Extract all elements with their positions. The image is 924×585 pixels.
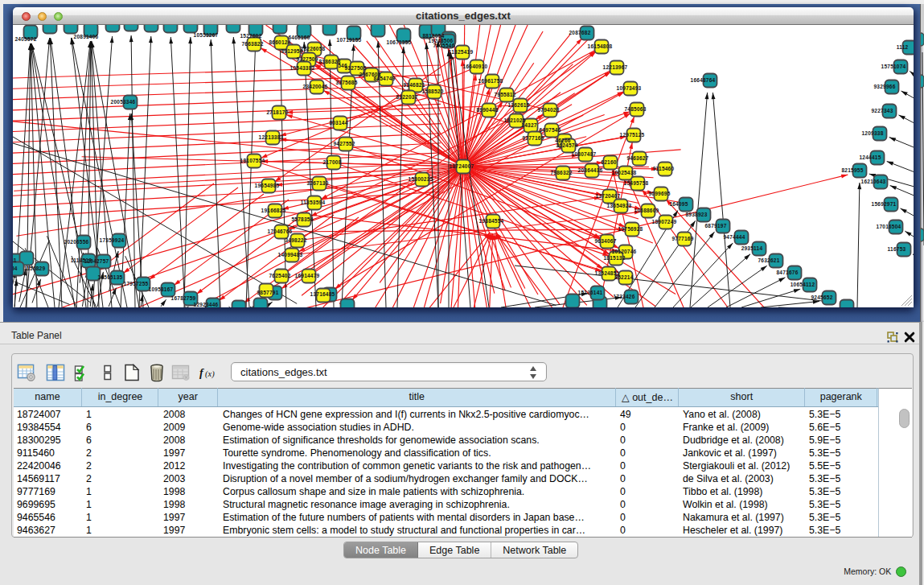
svg-text:45081: 45081 bbox=[13, 257, 17, 263]
svg-text:16914479: 16914479 bbox=[295, 273, 320, 278]
svg-text:9777169: 9777169 bbox=[671, 236, 693, 241]
svg-text:8938923: 8938923 bbox=[685, 212, 707, 217]
svg-text:10958167: 10958167 bbox=[149, 286, 174, 292]
svg-text:16648764: 16648764 bbox=[691, 77, 716, 83]
svg-text:13716485: 13716485 bbox=[310, 291, 335, 297]
svg-text:15136141: 15136141 bbox=[578, 290, 603, 295]
svg-text:9474444: 9474444 bbox=[723, 234, 745, 240]
svg-text:3375685: 3375685 bbox=[335, 80, 357, 85]
svg-text:9777169: 9777169 bbox=[522, 135, 544, 141]
svg-text:252214: 252214 bbox=[614, 274, 633, 280]
svg-text:15300235: 15300235 bbox=[409, 176, 433, 182]
svg-text:9857791: 9857791 bbox=[257, 290, 278, 295]
svg-text:18907249: 18907249 bbox=[652, 219, 677, 225]
svg-text:19166825: 19166825 bbox=[261, 208, 286, 213]
svg-text:16210643: 16210643 bbox=[861, 179, 886, 184]
svg-text:15495758: 15495758 bbox=[624, 180, 649, 186]
svg-text:62160: 62160 bbox=[601, 159, 616, 165]
svg-text:1588520: 1588520 bbox=[421, 89, 443, 94]
svg-text:18107554: 18107554 bbox=[240, 158, 265, 163]
svg-text:20053346: 20053346 bbox=[111, 99, 136, 105]
svg-text:18724007: 18724007 bbox=[450, 163, 474, 169]
svg-text:7986322: 7986322 bbox=[550, 170, 572, 175]
svg-text:12213967: 12213967 bbox=[603, 64, 628, 70]
svg-text:14327: 14327 bbox=[521, 122, 536, 128]
svg-text:3498222: 3498222 bbox=[285, 237, 306, 243]
svg-text:17016504: 17016504 bbox=[877, 224, 901, 229]
svg-text:7955812: 7955812 bbox=[494, 92, 515, 97]
svg-text:8322037: 8322037 bbox=[396, 94, 417, 100]
svg-text:6497546: 6497546 bbox=[539, 127, 561, 133]
svg-text:17957255: 17957255 bbox=[124, 281, 149, 286]
svg-text:6879197: 6879197 bbox=[704, 223, 726, 229]
svg-text:16782759: 16782759 bbox=[171, 295, 196, 301]
svg-text:9327509: 9327509 bbox=[296, 56, 318, 62]
svg-text:17359924: 17359924 bbox=[100, 237, 125, 243]
svg-text:10671355: 10671355 bbox=[387, 39, 412, 45]
svg-text:9115460: 9115460 bbox=[653, 166, 675, 171]
svg-text:1156829: 1156829 bbox=[24, 266, 46, 271]
svg-text:8990443: 8990443 bbox=[476, 107, 498, 113]
svg-text:19654985: 19654985 bbox=[255, 183, 280, 188]
svg-text:10654112: 10654112 bbox=[791, 282, 815, 287]
svg-text:10973493: 10973493 bbox=[617, 85, 642, 91]
svg-text:14099483: 14099483 bbox=[278, 252, 303, 257]
svg-text:16961758: 16961758 bbox=[478, 78, 503, 84]
svg-text:16640910: 16640910 bbox=[463, 64, 488, 69]
svg-text:20206556: 20206556 bbox=[64, 239, 89, 245]
svg-text:7625402: 7625402 bbox=[269, 273, 290, 278]
svg-text:9463627: 9463627 bbox=[626, 155, 648, 161]
svg-text:19384554: 19384554 bbox=[479, 218, 504, 224]
svg-text:10688609: 10688609 bbox=[634, 208, 659, 213]
svg-text:19218506: 19218506 bbox=[429, 38, 454, 43]
svg-text:1733426: 1733426 bbox=[613, 294, 634, 299]
svg-text:20891406: 20891406 bbox=[74, 34, 99, 39]
svg-text:1112: 1112 bbox=[897, 44, 909, 50]
svg-text:10543382: 10543382 bbox=[290, 65, 315, 71]
svg-text:16154808: 16154808 bbox=[588, 43, 613, 49]
svg-text:12505135: 12505135 bbox=[98, 274, 123, 280]
svg-text:9327505: 9327505 bbox=[344, 65, 366, 71]
svg-text:23420046: 23420046 bbox=[303, 84, 328, 89]
svg-text:9099695: 9099695 bbox=[648, 191, 670, 196]
svg-text:11325419: 11325419 bbox=[449, 49, 474, 55]
svg-text:8215955: 8215955 bbox=[841, 167, 863, 173]
svg-text:10025438: 10025438 bbox=[612, 170, 637, 175]
svg-text:15692971: 15692971 bbox=[872, 201, 897, 207]
svg-text:12923446: 12923446 bbox=[194, 302, 219, 307]
svg-text:12942757: 12942757 bbox=[84, 258, 109, 264]
svg-text:20364436: 20364436 bbox=[578, 167, 603, 173]
svg-text:2405572: 2405572 bbox=[14, 36, 36, 42]
svg-text:217008: 217008 bbox=[322, 159, 341, 165]
svg-text:116753: 116753 bbox=[888, 246, 906, 252]
svg-text:1527602: 1527602 bbox=[240, 33, 261, 39]
svg-text:10553267: 10553267 bbox=[194, 32, 219, 38]
svg-text:3624574: 3624574 bbox=[556, 142, 577, 148]
svg-text:13654923: 13654923 bbox=[607, 203, 632, 208]
svg-text:9329966: 9329966 bbox=[873, 84, 895, 89]
svg-text:2718170: 2718170 bbox=[266, 109, 288, 115]
svg-text:9794028: 9794028 bbox=[537, 107, 559, 113]
svg-text:9245652: 9245652 bbox=[811, 295, 832, 300]
svg-text:12975125: 12975125 bbox=[620, 132, 645, 138]
svg-text:39154: 39154 bbox=[13, 266, 18, 271]
svg-text:6466160: 6466160 bbox=[288, 35, 310, 40]
svg-text:164095: 164095 bbox=[669, 201, 688, 207]
svg-text:8471676: 8471676 bbox=[776, 270, 798, 275]
svg-text:5578354: 5578354 bbox=[291, 216, 313, 222]
svg-text:2087682: 2087682 bbox=[569, 30, 590, 35]
svg-text:9227343: 9227343 bbox=[871, 108, 893, 113]
svg-text:8454749: 8454749 bbox=[373, 76, 395, 81]
svg-text:7485063: 7485063 bbox=[624, 106, 646, 112]
svg-text:1815132: 1815132 bbox=[603, 255, 625, 261]
svg-text:1362615: 1362615 bbox=[507, 102, 529, 108]
svg-text:1209338: 1209338 bbox=[861, 130, 883, 136]
svg-text:7632621: 7632621 bbox=[758, 257, 779, 263]
svg-text:9634067: 9634067 bbox=[594, 238, 616, 244]
svg-text:7663822: 7663822 bbox=[241, 41, 263, 47]
svg-text:9427552: 9427552 bbox=[333, 141, 355, 146]
svg-text:11353594: 11353594 bbox=[301, 200, 326, 205]
svg-text:10719155: 10719155 bbox=[337, 37, 362, 43]
svg-text:13226058: 13226058 bbox=[301, 46, 326, 51]
svg-text:13720407: 13720407 bbox=[596, 193, 621, 199]
